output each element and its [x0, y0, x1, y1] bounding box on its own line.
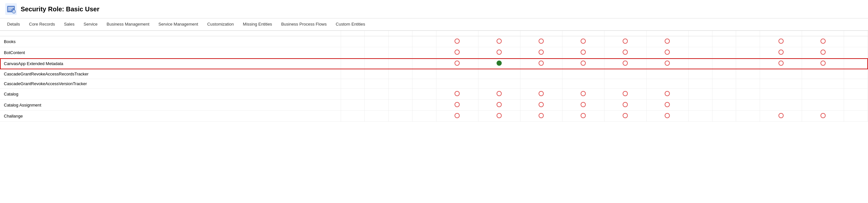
- perm-cell-col3[interactable]: [389, 89, 412, 100]
- circle-empty-icon[interactable]: [665, 38, 670, 44]
- perm-cell-col13[interactable]: [736, 111, 760, 122]
- circle-empty-icon[interactable]: [538, 102, 544, 107]
- perm-cell-col1[interactable]: [341, 69, 365, 79]
- perm-cell-col8[interactable]: [562, 58, 604, 69]
- table-row[interactable]: CascadeGrantRevokeAccessVersionTracker: [0, 79, 868, 89]
- perm-cell-col9[interactable]: [604, 58, 646, 69]
- perm-cell-col13[interactable]: [736, 69, 760, 79]
- perm-cell-col2[interactable]: [365, 100, 389, 111]
- tab-core-records[interactable]: Core Records: [25, 19, 60, 30]
- perm-cell-col15[interactable]: [802, 36, 844, 47]
- circle-empty-icon[interactable]: [665, 91, 670, 96]
- circle-empty-icon[interactable]: [455, 102, 460, 107]
- table-row[interactable]: CanvasApp Extended Metadata: [0, 58, 868, 69]
- perm-cell-col10[interactable]: [646, 47, 688, 58]
- perm-cell-col2[interactable]: [365, 47, 389, 58]
- perm-cell-col8[interactable]: [562, 111, 604, 122]
- circle-full-icon[interactable]: [497, 61, 502, 66]
- perm-cell-col4[interactable]: [412, 89, 436, 100]
- circle-empty-icon[interactable]: [778, 113, 784, 118]
- perm-cell-col7[interactable]: [520, 100, 562, 111]
- circle-empty-icon[interactable]: [581, 61, 586, 66]
- perm-cell-col13[interactable]: [736, 47, 760, 58]
- perm-cell-col4[interactable]: [412, 58, 436, 69]
- perm-cell-col16[interactable]: [844, 79, 868, 89]
- perm-cell-col4[interactable]: [412, 100, 436, 111]
- circle-empty-icon[interactable]: [497, 38, 502, 44]
- circle-empty-icon[interactable]: [455, 38, 460, 44]
- perm-cell-col1[interactable]: [341, 111, 365, 122]
- perm-cell-col9[interactable]: [604, 79, 646, 89]
- perm-cell-col15[interactable]: [802, 100, 844, 111]
- perm-cell-col13[interactable]: [736, 89, 760, 100]
- circle-empty-icon[interactable]: [538, 61, 544, 66]
- perm-cell-col10[interactable]: [646, 100, 688, 111]
- perm-cell-col7[interactable]: [520, 47, 562, 58]
- tab-sales[interactable]: Sales: [60, 19, 79, 30]
- circle-empty-icon[interactable]: [581, 50, 586, 55]
- perm-cell-col6[interactable]: [478, 79, 520, 89]
- perm-cell-col1[interactable]: [341, 79, 365, 89]
- perm-cell-col4[interactable]: [412, 69, 436, 79]
- perm-cell-col13[interactable]: [736, 100, 760, 111]
- perm-cell-col5[interactable]: [436, 69, 478, 79]
- perm-cell-col2[interactable]: [365, 79, 389, 89]
- perm-cell-col11[interactable]: [688, 58, 712, 69]
- circle-empty-icon[interactable]: [581, 113, 586, 118]
- perm-cell-col10[interactable]: [646, 36, 688, 47]
- perm-cell-col5[interactable]: [436, 58, 478, 69]
- perm-cell-col11[interactable]: [688, 100, 712, 111]
- perm-cell-col10[interactable]: [646, 111, 688, 122]
- perm-cell-col8[interactable]: [562, 89, 604, 100]
- perm-cell-col11[interactable]: [688, 47, 712, 58]
- table-row[interactable]: BotContent: [0, 47, 868, 58]
- circle-empty-icon[interactable]: [581, 91, 586, 96]
- perm-cell-col6[interactable]: [478, 47, 520, 58]
- circle-empty-icon[interactable]: [820, 50, 826, 55]
- perm-cell-col2[interactable]: [365, 89, 389, 100]
- perm-cell-col4[interactable]: [412, 36, 436, 47]
- perm-cell-col3[interactable]: [389, 58, 412, 69]
- circle-empty-icon[interactable]: [778, 50, 784, 55]
- perm-cell-col5[interactable]: [436, 111, 478, 122]
- perm-cell-col4[interactable]: [412, 79, 436, 89]
- perm-cell-col6[interactable]: [478, 100, 520, 111]
- perm-cell-col8[interactable]: [562, 79, 604, 89]
- perm-cell-col6[interactable]: [478, 89, 520, 100]
- circle-empty-icon[interactable]: [623, 50, 628, 55]
- perm-cell-col1[interactable]: [341, 47, 365, 58]
- table-row[interactable]: CascadeGrantRevokeAccessRecordsTracker: [0, 69, 868, 79]
- perm-cell-col12[interactable]: [712, 111, 736, 122]
- perm-cell-col14[interactable]: [760, 58, 802, 69]
- perm-cell-col7[interactable]: [520, 36, 562, 47]
- perm-cell-col8[interactable]: [562, 100, 604, 111]
- perm-cell-col2[interactable]: [365, 58, 389, 69]
- circle-empty-icon[interactable]: [778, 61, 784, 66]
- tab-custom-entities[interactable]: Custom Entities: [331, 19, 370, 30]
- perm-cell-col9[interactable]: [604, 100, 646, 111]
- perm-cell-col2[interactable]: [365, 111, 389, 122]
- circle-empty-icon[interactable]: [820, 38, 826, 44]
- tab-business-management[interactable]: Business Management: [102, 19, 154, 30]
- tab-business-process-flows[interactable]: Business Process Flows: [277, 19, 331, 30]
- perm-cell-col16[interactable]: [844, 89, 868, 100]
- perm-cell-col12[interactable]: [712, 100, 736, 111]
- circle-empty-icon[interactable]: [820, 113, 826, 118]
- perm-cell-col1[interactable]: [341, 58, 365, 69]
- perm-cell-col3[interactable]: [389, 47, 412, 58]
- perm-cell-col9[interactable]: [604, 89, 646, 100]
- perm-cell-col4[interactable]: [412, 111, 436, 122]
- circle-empty-icon[interactable]: [455, 113, 460, 118]
- circle-empty-icon[interactable]: [455, 91, 460, 96]
- perm-cell-col7[interactable]: [520, 58, 562, 69]
- circle-empty-icon[interactable]: [497, 91, 502, 96]
- perm-cell-col12[interactable]: [712, 47, 736, 58]
- circle-empty-icon[interactable]: [581, 102, 586, 107]
- circle-empty-icon[interactable]: [623, 113, 628, 118]
- perm-cell-col8[interactable]: [562, 36, 604, 47]
- perm-cell-col7[interactable]: [520, 89, 562, 100]
- perm-cell-col11[interactable]: [688, 111, 712, 122]
- table-row[interactable]: Catalog Assignment: [0, 100, 868, 111]
- perm-cell-col7[interactable]: [520, 79, 562, 89]
- perm-cell-col14[interactable]: [760, 100, 802, 111]
